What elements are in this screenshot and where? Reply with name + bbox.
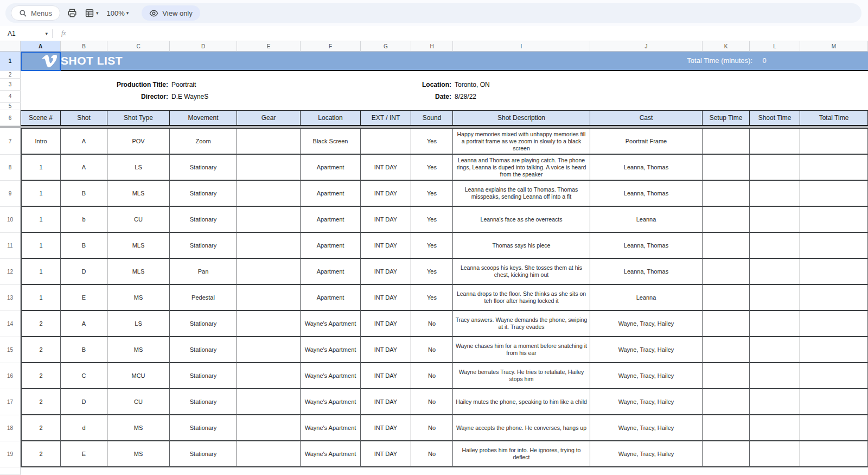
table-cell[interactable]: Hailey probes him for info. He ignores, … bbox=[453, 441, 590, 467]
row-header-2[interactable]: 2 bbox=[0, 71, 21, 79]
table-cell[interactable] bbox=[703, 233, 750, 259]
table-cell[interactable]: INT DAY bbox=[361, 311, 411, 337]
table-cell[interactable]: INT DAY bbox=[361, 441, 411, 467]
column-header-G[interactable]: G bbox=[361, 41, 411, 52]
table-cell[interactable] bbox=[703, 128, 750, 155]
row-header-4[interactable]: 4 bbox=[0, 91, 21, 103]
table-cell[interactable]: Stationary bbox=[170, 441, 237, 467]
table-cell[interactable]: E bbox=[61, 285, 107, 311]
table-header-cell[interactable]: Gear bbox=[237, 110, 301, 126]
row-header-6[interactable]: 6 bbox=[0, 110, 21, 126]
date-value[interactable]: 8/28/22 bbox=[455, 91, 476, 103]
table-cell[interactable]: Wayne's Apartment bbox=[301, 363, 361, 389]
table-cell[interactable]: MLS bbox=[107, 233, 170, 259]
table-cell[interactable] bbox=[800, 415, 868, 441]
table-cell[interactable]: Apartment bbox=[301, 233, 361, 259]
table-cell[interactable]: INT DAY bbox=[361, 207, 411, 233]
table-cell[interactable]: Poortrait Frame bbox=[590, 128, 703, 155]
table-cell[interactable] bbox=[237, 233, 301, 259]
table-cell[interactable]: Leanna and Thomas are playing catch. The… bbox=[453, 155, 590, 181]
table-cell[interactable] bbox=[237, 363, 301, 389]
table-cell[interactable]: Apartment bbox=[301, 207, 361, 233]
table-cell[interactable]: Happy memories mixed with unhappy memori… bbox=[453, 128, 590, 155]
row-header-8[interactable]: 8 bbox=[0, 155, 21, 181]
table-cell[interactable]: Stationary bbox=[170, 181, 237, 207]
table-cell[interactable]: Wayne, Tracy, Hailey bbox=[590, 311, 703, 337]
table-cell[interactable]: Leanna, Thomas bbox=[590, 155, 703, 181]
row-header-17[interactable]: 17 bbox=[0, 389, 21, 415]
table-cell[interactable] bbox=[750, 337, 800, 363]
column-header-D[interactable]: D bbox=[170, 41, 237, 52]
table-cell[interactable]: Stationary bbox=[170, 337, 237, 363]
table-cell[interactable] bbox=[750, 128, 800, 155]
table-cell[interactable]: Stationary bbox=[170, 233, 237, 259]
table-cell[interactable]: Wayne, Tracy, Hailey bbox=[590, 337, 703, 363]
table-cell[interactable]: Yes bbox=[411, 128, 453, 155]
table-cell[interactable]: Pan bbox=[170, 259, 237, 285]
table-cell[interactable] bbox=[750, 207, 800, 233]
table-cell[interactable]: B bbox=[61, 233, 107, 259]
table-cell[interactable]: Wayne berrates Tracy. He tries to retali… bbox=[453, 363, 590, 389]
table-cell[interactable] bbox=[750, 441, 800, 467]
print-button[interactable] bbox=[63, 5, 81, 21]
table-cell[interactable]: Leanna, Thomas bbox=[590, 233, 703, 259]
table-cell[interactable]: Stationary bbox=[170, 415, 237, 441]
table-cell[interactable]: 2 bbox=[21, 337, 61, 363]
row-header-9[interactable]: 9 bbox=[0, 181, 21, 207]
table-cell[interactable]: Yes bbox=[411, 155, 453, 181]
table-cell[interactable]: No bbox=[411, 389, 453, 415]
table-cell[interactable]: MS bbox=[107, 337, 170, 363]
row-header-5[interactable]: 5 bbox=[0, 103, 21, 110]
table-header-cell[interactable]: Total Time bbox=[800, 110, 868, 126]
table-cell[interactable]: INT DAY bbox=[361, 259, 411, 285]
table-cell[interactable]: Leanna bbox=[590, 285, 703, 311]
row-header-13[interactable]: 13 bbox=[0, 285, 21, 311]
column-header-M[interactable]: M bbox=[800, 41, 868, 52]
location-value[interactable]: Toronto, ON bbox=[455, 79, 490, 91]
table-cell[interactable]: A bbox=[61, 311, 107, 337]
table-cell[interactable]: Wayne chases him for a moment before sna… bbox=[453, 337, 590, 363]
table-cell[interactable]: Tracy answers. Wayne demands the phone, … bbox=[453, 311, 590, 337]
table-cell[interactable] bbox=[800, 389, 868, 415]
table-cell[interactable]: 1 bbox=[21, 207, 61, 233]
table-cell[interactable]: Leanna drops to the floor. She thinks as… bbox=[453, 285, 590, 311]
table-cell[interactable]: Wayne, Tracy, Hailey bbox=[590, 363, 703, 389]
table-cell[interactable]: Stationary bbox=[170, 311, 237, 337]
table-cell[interactable]: 1 bbox=[21, 285, 61, 311]
table-cell[interactable]: Leanna's face as she overreacts bbox=[453, 207, 590, 233]
table-cell[interactable]: MS bbox=[107, 285, 170, 311]
table-cell[interactable]: LS bbox=[107, 155, 170, 181]
table-cell[interactable]: CU bbox=[107, 389, 170, 415]
table-cell[interactable]: Leanna explains the call to Thomas. Thom… bbox=[453, 181, 590, 207]
table-cell[interactable] bbox=[750, 363, 800, 389]
table-cell[interactable]: MCU bbox=[107, 363, 170, 389]
column-header-L[interactable]: L bbox=[750, 41, 800, 52]
table-cell[interactable] bbox=[800, 181, 868, 207]
zoom-select[interactable]: 100% ▾ bbox=[103, 5, 133, 21]
table-cell[interactable]: No bbox=[411, 337, 453, 363]
table-cell[interactable]: b bbox=[61, 207, 107, 233]
table-cell[interactable]: No bbox=[411, 415, 453, 441]
table-cell[interactable] bbox=[703, 415, 750, 441]
table-cell[interactable]: POV bbox=[107, 128, 170, 155]
table-cell[interactable] bbox=[800, 259, 868, 285]
table-header-cell[interactable]: Movement bbox=[170, 110, 237, 126]
view-only-badge[interactable]: View only bbox=[142, 5, 200, 21]
table-cell[interactable]: INT DAY bbox=[361, 233, 411, 259]
table-cell[interactable]: Stationary bbox=[170, 363, 237, 389]
table-cell[interactable]: INT DAY bbox=[361, 389, 411, 415]
table-cell[interactable]: 1 bbox=[21, 259, 61, 285]
format-table-button[interactable]: ▾ bbox=[81, 5, 103, 21]
table-cell[interactable] bbox=[237, 285, 301, 311]
table-cell[interactable]: D bbox=[61, 389, 107, 415]
banner-cell[interactable]: SHOT LIST Total Time (minutes): 0 bbox=[21, 52, 868, 71]
menus-button[interactable]: Menus bbox=[11, 5, 60, 21]
table-cell[interactable]: Leanna, Thomas bbox=[590, 259, 703, 285]
row-header-12[interactable]: 12 bbox=[0, 259, 21, 285]
table-cell[interactable] bbox=[800, 207, 868, 233]
table-cell[interactable]: Leanna scoops his keys. She tosses them … bbox=[453, 259, 590, 285]
table-cell[interactable]: Apartment bbox=[301, 259, 361, 285]
table-cell[interactable]: D bbox=[61, 259, 107, 285]
table-cell[interactable] bbox=[237, 311, 301, 337]
table-header-cell[interactable]: Location bbox=[301, 110, 361, 126]
